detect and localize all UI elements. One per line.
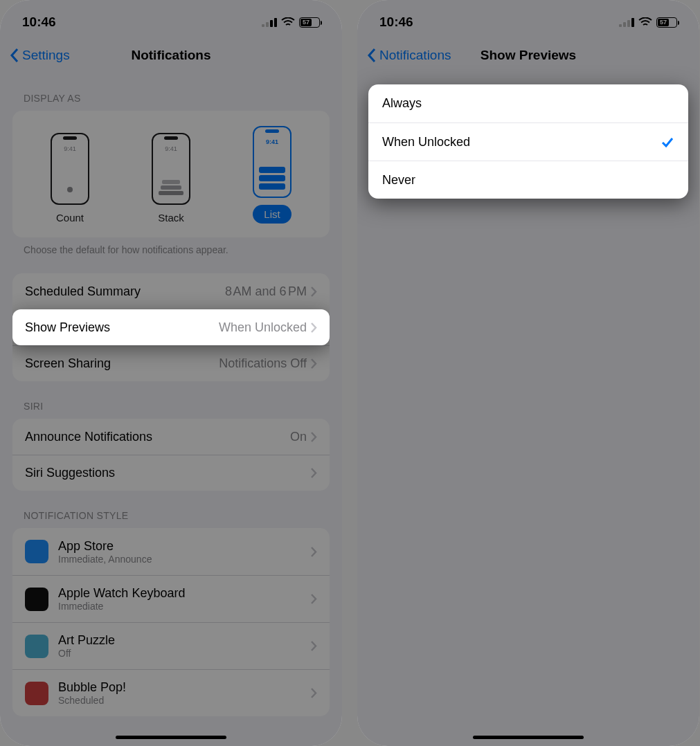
- app-list: App StoreImmediate, AnnounceApple Watch …: [12, 528, 330, 716]
- style-header: NOTIFICATION STYLE: [12, 491, 330, 528]
- display-option-count[interactable]: 9:41Count: [51, 133, 89, 224]
- content: AlwaysWhen UnlockedNever: [357, 73, 699, 210]
- row-label: Announce Notifications: [25, 430, 152, 444]
- status-bar: 10:46 57: [0, 0, 342, 37]
- back-button[interactable]: Notifications: [367, 48, 451, 63]
- chevron-left-icon: [10, 48, 19, 63]
- back-label: Settings: [22, 48, 70, 63]
- wifi-icon: [281, 17, 295, 27]
- check-icon: [661, 135, 674, 149]
- display-option-label: Stack: [158, 212, 184, 224]
- app-icon: [25, 540, 48, 563]
- row-label: Scheduled Summary: [25, 284, 141, 299]
- display-option-label: List: [253, 205, 291, 224]
- app-icon: [25, 588, 48, 611]
- status-time: 10:46: [379, 15, 413, 30]
- app-name: App Store: [58, 539, 311, 554]
- chevron-right-icon: [311, 432, 317, 442]
- phone-notifications: 10:46 57 Settings Notifications DISPLAY …: [0, 0, 342, 746]
- display-as-header: DISPLAY AS: [12, 73, 330, 111]
- home-indicator[interactable]: [116, 736, 226, 739]
- app-icon: [25, 682, 48, 705]
- mini-phone-icon: 9:41: [152, 133, 190, 205]
- status-right: 57: [262, 17, 320, 28]
- chevron-right-icon: [311, 688, 317, 698]
- app-row-app-store[interactable]: App StoreImmediate, Announce: [12, 528, 330, 575]
- status-bar: 10:46 57: [357, 0, 699, 37]
- app-text: App StoreImmediate, Announce: [58, 539, 311, 565]
- nav-bar: Notifications Show Previews: [357, 37, 699, 73]
- app-subtitle: Off: [58, 648, 311, 659]
- chevron-left-icon: [367, 48, 377, 63]
- home-indicator[interactable]: [473, 736, 584, 739]
- app-name: Apple Watch Keyboard: [58, 586, 311, 601]
- app-row-art-puzzle[interactable]: Art PuzzleOff: [12, 622, 330, 669]
- option-never[interactable]: Never: [368, 161, 688, 199]
- row-value: [311, 468, 317, 478]
- chevron-right-icon: [311, 547, 317, 557]
- option-label: Never: [382, 173, 415, 188]
- battery-icon: 57: [299, 17, 320, 28]
- cellular-icon: [619, 18, 634, 27]
- chevron-right-icon: [311, 358, 317, 369]
- app-text: Bubble Pop!Scheduled: [58, 680, 311, 706]
- app-text: Art PuzzleOff: [58, 633, 311, 659]
- battery-level: 57: [658, 19, 669, 26]
- row-scheduled-summary[interactable]: Scheduled Summary8 AM and 6 PM: [12, 273, 330, 309]
- preview-options: AlwaysWhen UnlockedNever: [368, 84, 688, 199]
- cellular-icon: [262, 18, 277, 27]
- app-row-apple-watch-keyboard[interactable]: Apple Watch KeyboardImmediate: [12, 575, 330, 622]
- phone-show-previews: 10:46 57 Notifications Show Previews Alw…: [357, 0, 699, 746]
- display-option-label: Count: [56, 212, 84, 224]
- siri-header: SIRI: [12, 381, 330, 419]
- row-screen-sharing[interactable]: Screen SharingNotifications Off: [12, 345, 330, 381]
- display-option-list[interactable]: 9:41List: [253, 126, 291, 224]
- app-text: Apple Watch KeyboardImmediate: [58, 586, 311, 612]
- wifi-icon: [638, 17, 652, 27]
- chevron-right-icon: [311, 594, 317, 604]
- nav-bar: Settings Notifications: [0, 37, 342, 73]
- row-label: Siri Suggestions: [25, 466, 115, 480]
- option-label: When Unlocked: [382, 135, 470, 149]
- chevron-right-icon: [311, 468, 317, 478]
- app-subtitle: Immediate, Announce: [58, 554, 311, 565]
- app-subtitle: Scheduled: [58, 695, 311, 706]
- app-subtitle: Immediate: [58, 601, 311, 612]
- row-value: When Unlocked: [219, 320, 317, 335]
- app-row-bubble-pop-[interactable]: Bubble Pop!Scheduled: [12, 669, 330, 716]
- display-as-card: 9:41Count9:41Stack9:41List: [12, 111, 330, 237]
- back-label: Notifications: [379, 48, 451, 63]
- siri-group: Announce NotificationsOn Siri Suggestion…: [12, 419, 330, 491]
- battery-level: 57: [300, 19, 312, 26]
- row-value: 8 AM and 6 PM: [225, 284, 317, 299]
- back-button[interactable]: Settings: [10, 48, 70, 63]
- chevron-right-icon: [311, 641, 317, 651]
- battery-icon: 57: [656, 17, 677, 28]
- row-announce-notifications[interactable]: Announce NotificationsOn: [12, 419, 330, 455]
- option-always[interactable]: Always: [368, 84, 688, 122]
- row-siri-suggestions[interactable]: Siri Suggestions: [12, 455, 330, 491]
- mini-phone-icon: 9:41: [253, 126, 291, 198]
- app-icon: [25, 635, 48, 658]
- chevron-right-icon: [311, 322, 317, 333]
- display-as-footer: Choose the default for how notifications…: [12, 237, 330, 255]
- display-option-stack[interactable]: 9:41Stack: [152, 133, 190, 224]
- option-when-unlocked[interactable]: When Unlocked: [368, 122, 688, 161]
- main-settings-group: Scheduled Summary8 AM and 6 PM Show Prev…: [12, 273, 330, 381]
- status-right: 57: [619, 17, 677, 28]
- row-label: Screen Sharing: [25, 356, 111, 371]
- row-label: Show Previews: [25, 320, 110, 335]
- app-name: Bubble Pop!: [58, 680, 311, 695]
- row-show-previews[interactable]: Show PreviewsWhen Unlocked: [12, 309, 330, 345]
- chevron-right-icon: [311, 286, 317, 297]
- content: DISPLAY AS 9:41Count9:41Stack9:41List Ch…: [0, 73, 342, 716]
- status-time: 10:46: [22, 15, 56, 30]
- row-value: Notifications Off: [219, 356, 317, 371]
- row-value: On: [290, 430, 317, 444]
- option-label: Always: [382, 96, 422, 111]
- mini-phone-icon: 9:41: [51, 133, 89, 205]
- app-name: Art Puzzle: [58, 633, 311, 648]
